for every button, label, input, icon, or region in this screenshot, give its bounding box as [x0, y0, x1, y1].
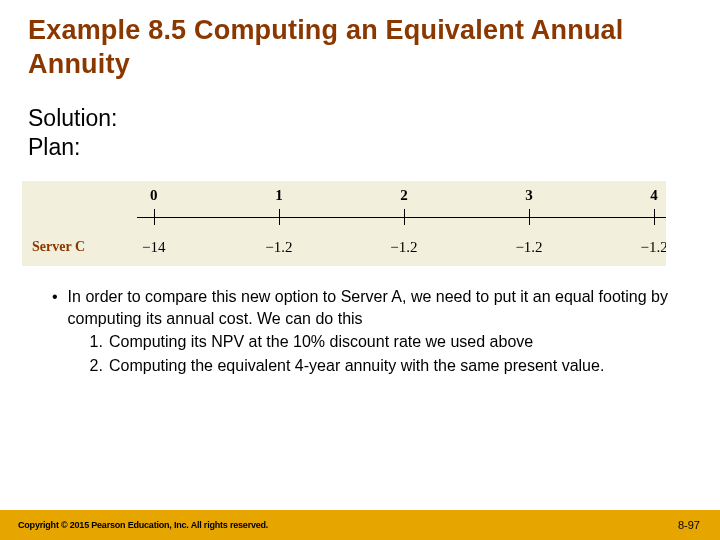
page-number: 8-97	[678, 519, 700, 531]
timeline-period-label: 2	[400, 187, 408, 204]
copyright-text: Copyright © 2015 Pearson Education, Inc.…	[18, 520, 268, 530]
timeline-inner: Server C0−141−1.22−1.23−1.24−1.2	[22, 181, 698, 266]
bullet-text: In order to compare this new option to S…	[68, 288, 668, 327]
timeline-tick	[529, 209, 530, 225]
solution-label: Solution:	[28, 104, 690, 134]
ordered-number: 2.	[90, 355, 103, 377]
timeline-right-margin	[666, 181, 698, 266]
timeline-tick	[654, 209, 655, 225]
timeline-axis	[137, 217, 668, 218]
ordered-list: 1.Computing its NPV at the 10% discount …	[68, 331, 682, 376]
timeline-value-label: −1.2	[640, 239, 667, 256]
body-text: • In order to compare this new option to…	[0, 266, 720, 376]
ordered-text: Computing the equivalent 4-year annuity …	[109, 355, 604, 377]
bullet-content: In order to compare this new option to S…	[68, 286, 682, 376]
timeline-figure: Server C0−141−1.22−1.23−1.24−1.2	[22, 181, 698, 266]
timeline-tick	[154, 209, 155, 225]
timeline-period-label: 3	[525, 187, 533, 204]
timeline-value-label: −1.2	[265, 239, 292, 256]
ordered-number: 1.	[90, 331, 103, 353]
timeline-value-label: −1.2	[390, 239, 417, 256]
timeline-period-label: 4	[650, 187, 658, 204]
timeline-row-label: Server C	[32, 239, 85, 255]
timeline-tick	[404, 209, 405, 225]
subheadings: Solution: Plan:	[0, 82, 720, 164]
ordered-item: 1.Computing its NPV at the 10% discount …	[90, 331, 682, 353]
timeline-value-label: −14	[142, 239, 165, 256]
plan-label: Plan:	[28, 133, 690, 163]
timeline-value-label: −1.2	[515, 239, 542, 256]
ordered-item: 2.Computing the equivalent 4-year annuit…	[90, 355, 682, 377]
timeline-tick	[279, 209, 280, 225]
timeline-period-label: 1	[275, 187, 283, 204]
slide: Example 8.5 Computing an Equivalent Annu…	[0, 0, 720, 540]
ordered-text: Computing its NPV at the 10% discount ra…	[109, 331, 533, 353]
footer-bar: Copyright © 2015 Pearson Education, Inc.…	[0, 510, 720, 540]
bullet-icon: •	[52, 286, 58, 376]
timeline-period-label: 0	[150, 187, 158, 204]
slide-title: Example 8.5 Computing an Equivalent Annu…	[0, 0, 720, 82]
bullet-item: • In order to compare this new option to…	[52, 286, 682, 376]
